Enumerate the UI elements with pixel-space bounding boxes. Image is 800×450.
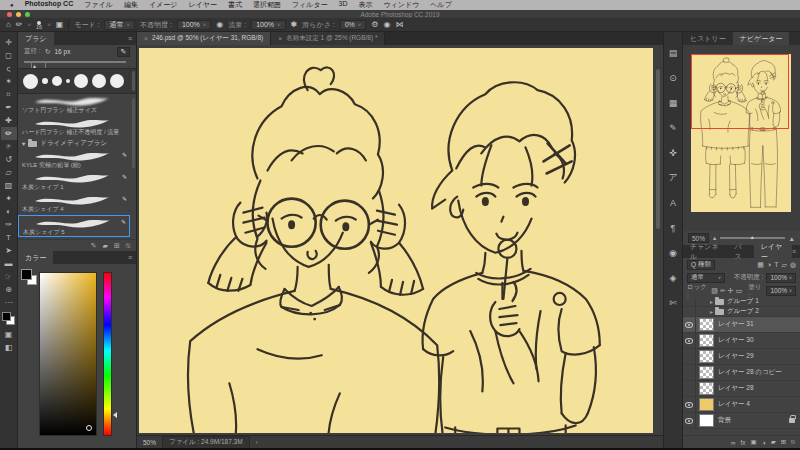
foreground-color-swatch[interactable] (21, 269, 32, 280)
zoom-level-field[interactable]: 50% (143, 439, 156, 446)
lock-transparency-icon[interactable]: ▨ (711, 287, 718, 295)
layer-effects-icon[interactable]: fx (740, 439, 745, 446)
visibility-cell[interactable] (683, 307, 696, 316)
healing-brush-tool[interactable]: ✚ (1, 114, 17, 127)
layer-row-6[interactable]: レイヤー 28 (683, 381, 800, 397)
menu-item-4[interactable]: レイヤー (188, 0, 217, 10)
visibility-cell[interactable] (683, 317, 696, 332)
brush-tip-preset-3[interactable] (66, 79, 70, 83)
scrollbar-thumb[interactable] (656, 69, 660, 229)
gear-icon[interactable]: ⚙ (371, 20, 378, 29)
menu-item-0[interactable]: Photoshop CC (25, 0, 74, 10)
dodge-tool[interactable]: ◐ (1, 205, 17, 218)
clone-stamp-tool[interactable]: ⍟ (1, 140, 17, 153)
shape-tool[interactable]: ▬ (1, 257, 17, 270)
brush-row-3[interactable]: ✎KYLE 究極の鉛筆 (細) (18, 149, 130, 171)
hue-slider-arrow[interactable] (113, 412, 117, 418)
lock-position-icon[interactable]: ✛ (728, 287, 734, 295)
visibility-cell[interactable] (683, 381, 696, 396)
panel-menu-icon[interactable]: ≡ (128, 35, 132, 42)
adjustment-layer-icon[interactable]: ◑ (762, 439, 766, 446)
swatches-panel-icon[interactable]: ▦ (664, 90, 682, 115)
tab-channels[interactable]: チャンネル (683, 245, 727, 258)
marquee-tool[interactable]: ◻ (1, 49, 17, 62)
group-caret-icon[interactable]: ▸ (710, 308, 713, 315)
reset-diameter-icon[interactable]: ↻ (45, 48, 51, 56)
brush-row-0[interactable]: ソフト円ブラシ 補正サイズ (18, 94, 130, 116)
brush-row-4[interactable]: ✎木炭シェイプ 1 (18, 171, 130, 193)
new-group-icon[interactable]: ▰ (771, 438, 776, 446)
navigator-thumbnail[interactable] (691, 54, 791, 212)
filter-pixel-layers-icon[interactable]: ▦ (757, 261, 764, 269)
brush-settings-panel-icon[interactable]: ✎ (664, 115, 682, 140)
navigator-zoom-slider[interactable]: ▲ (720, 237, 784, 239)
quick-mask-icon[interactable]: ▣ (1, 328, 17, 341)
group-caret-icon[interactable]: ▸ (710, 298, 713, 305)
visibility-cell[interactable] (683, 397, 696, 412)
lock-paint-icon[interactable]: ✏ (720, 287, 726, 295)
zoom-in-icon[interactable]: ▲ (789, 235, 795, 242)
stroke-preview-icon[interactable]: ✎ (91, 242, 97, 250)
brush-tool-preset-icon[interactable]: ✏ (16, 20, 23, 29)
tab-layers[interactable]: レイヤー (754, 245, 792, 258)
more-tools-icon[interactable]: ⋯ (1, 296, 17, 309)
menu-item-8[interactable]: 3D (339, 0, 348, 10)
navigator-view-rectangle[interactable] (691, 54, 789, 129)
brush-row-1[interactable]: ハード円ブラシ 補正不透明度 / 流量 (18, 116, 130, 138)
color-swatch-pair[interactable] (21, 269, 37, 285)
pressure-opacity-icon[interactable]: ◉ (216, 20, 223, 29)
eraser-tool[interactable]: ▱ (1, 166, 17, 179)
mode-select[interactable]: 通常 ˅ (104, 20, 135, 30)
filter-shape-layers-icon[interactable]: ▱ (782, 261, 787, 269)
foreground-color-swatch[interactable] (2, 312, 11, 321)
brush-tip-preset-4[interactable] (74, 74, 88, 88)
properties-panel-icon[interactable]: ✄ (664, 290, 682, 315)
layer-row-3[interactable]: レイヤー 30 (683, 333, 800, 349)
visibility-cell[interactable] (683, 365, 696, 380)
preset-scrollbar[interactable] (132, 71, 135, 91)
layer-row-8[interactable]: 背景 (683, 413, 800, 429)
layer-row-1[interactable]: ▸グループ 2 (683, 307, 800, 317)
brush-tip-toggle[interactable]: ✎ (117, 47, 130, 57)
color-field-marker[interactable] (86, 425, 92, 431)
canvas[interactable] (139, 48, 653, 433)
hue-strip[interactable] (103, 272, 112, 436)
tab-history[interactable]: ヒストリー (683, 32, 733, 45)
info-panel-icon[interactable]: ⊙ (664, 65, 682, 90)
brush-row-5[interactable]: ✎木炭シェイプ 4 (18, 193, 130, 215)
glyphs-panel-icon[interactable]: A (664, 190, 682, 215)
chevron-down-icon[interactable]: ˅ (28, 22, 32, 28)
screen-mode-icon[interactable]: ◧ (1, 341, 17, 354)
menu-item-2[interactable]: 編集 (124, 0, 138, 10)
visibility-cell[interactable] (683, 349, 696, 364)
tab-color[interactable]: カラー (18, 251, 53, 264)
panel-menu-icon[interactable]: ≡ (792, 248, 796, 255)
layer-row-2[interactable]: レイヤー 31 (683, 317, 800, 333)
type-tool[interactable]: T (1, 231, 17, 244)
zoom-tool[interactable]: ⊕ (1, 283, 17, 296)
canvas-vertical-scrollbar[interactable] (655, 49, 661, 431)
symmetry-icon[interactable]: ⋈ (396, 20, 404, 29)
eyedropper-tool[interactable]: ✒ (1, 101, 17, 114)
tab-navigator[interactable]: ナビゲーター (733, 32, 790, 45)
smoothing-select[interactable]: 0% ˅ (340, 20, 367, 30)
fill-select[interactable]: 100% ˅ (766, 286, 796, 296)
layer-row-0[interactable]: ▸グループ 1 (683, 297, 800, 307)
brush-tip-preset-5[interactable] (92, 74, 106, 88)
brush-tip-preset-2[interactable] (52, 76, 62, 86)
opacity-select[interactable]: 100% ˅ (177, 20, 211, 30)
apple-menu-icon[interactable]: ● (10, 2, 14, 8)
diameter-slider[interactable]: ▲ (18, 58, 136, 68)
magic-wand-tool[interactable]: ✶ (1, 75, 17, 88)
pressure-size-icon[interactable]: ◉ (384, 20, 391, 29)
saturation-brightness-field[interactable] (39, 272, 97, 436)
visibility-cell[interactable] (683, 297, 696, 306)
visibility-cell[interactable] (683, 333, 696, 348)
paragraph-panel-icon[interactable]: ¶ (664, 215, 682, 240)
layer-filter-select[interactable]: Q 種類 (687, 260, 715, 270)
panel-menu-icon[interactable]: ≡ (128, 254, 132, 261)
document-tab-active[interactable]: × 246.psd @ 50% (レイヤー 31, RGB/8) (137, 32, 271, 45)
character-panel-icon[interactable]: ア (664, 165, 682, 190)
layer-comps-panel-icon[interactable]: ◉ (664, 240, 682, 265)
lock-artboard-icon[interactable]: ▭ (736, 287, 743, 295)
